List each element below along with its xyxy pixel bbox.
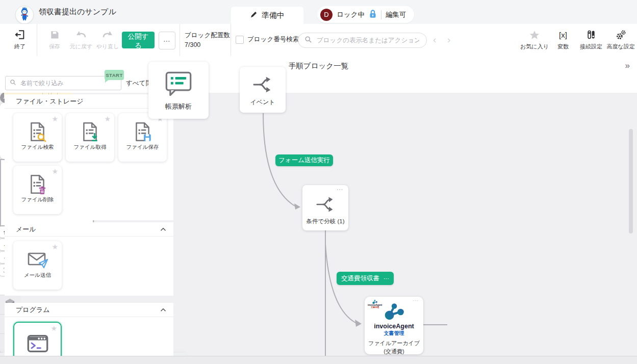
top-bar: 領収書提出のサンプル 準備中 D ロック中 編集可 bbox=[0, 0, 637, 24]
block-count: ブロック配置数 7/300 bbox=[185, 31, 230, 50]
mascot-robot-icon bbox=[18, 7, 31, 23]
pencil-icon bbox=[250, 11, 258, 20]
block-count-value: 7/300 bbox=[185, 40, 230, 50]
save-icon bbox=[49, 29, 60, 41]
badge-menu-dots[interactable]: ⋯ bbox=[384, 275, 389, 282]
variables-button[interactable]: [x] 変数 bbox=[554, 29, 572, 50]
gear-icon bbox=[616, 29, 626, 41]
invoice-agent-brand: invoiceAgent bbox=[374, 323, 414, 330]
exit-icon bbox=[14, 29, 26, 41]
publish-button[interactable]: 公開する bbox=[122, 32, 155, 48]
workflow-editor: 領収書提出のサンプル 準備中 D ロック中 編集可 bbox=[0, 0, 637, 364]
terminal-icon bbox=[27, 353, 49, 354]
edit-permission-label: 編集可 bbox=[386, 10, 406, 19]
branch-icon bbox=[302, 195, 348, 214]
badge-receipt-label: 交通費領収書 bbox=[341, 274, 379, 283]
badge-receipt[interactable]: 交通費領収書 ⋯ bbox=[337, 272, 394, 285]
advanced-settings-button[interactable]: 高度な設定 bbox=[607, 29, 634, 50]
block-number-search-toggle: ブロック番号検索 bbox=[236, 35, 299, 44]
favorites-button[interactable]: お気に入り bbox=[520, 29, 549, 50]
node-label: イベント bbox=[240, 98, 286, 107]
node-label: 帳票解析 bbox=[148, 102, 209, 111]
node-invoice-agent[interactable]: ⋯ invoiceAgent 文書管理 invo bbox=[365, 297, 423, 354]
form-parse-icon bbox=[148, 70, 209, 97]
exit-button[interactable]: 終了 bbox=[8, 29, 32, 50]
redo-button[interactable]: やり直し bbox=[94, 29, 121, 50]
lock-icon bbox=[369, 9, 377, 20]
block-search-input[interactable] bbox=[316, 36, 420, 44]
undo-button[interactable]: 元に戻す bbox=[67, 29, 95, 50]
lock-status-label: ロック中 bbox=[337, 10, 365, 19]
undo-icon bbox=[75, 29, 87, 41]
block-number-search-label: ブロック番号検索 bbox=[247, 35, 299, 44]
block-count-label: ブロック配置数 bbox=[185, 31, 230, 40]
node-event[interactable]: イベント bbox=[240, 67, 286, 113]
save-button[interactable]: 保存 bbox=[43, 29, 66, 50]
variables-icon: [x] bbox=[559, 29, 567, 41]
toolbar-divider bbox=[180, 24, 180, 56]
app-logo bbox=[15, 6, 34, 24]
branch-icon bbox=[240, 75, 286, 94]
workflow-title: 領収書提出のサンプル bbox=[39, 0, 116, 24]
avatar: D bbox=[320, 9, 333, 21]
invoice-agent-logo bbox=[383, 302, 406, 323]
node-label-line1: ファイルアーカイブ bbox=[368, 339, 420, 347]
search-next-button[interactable]: › bbox=[447, 34, 450, 45]
start-badge: START bbox=[105, 70, 124, 80]
pill-divider bbox=[381, 10, 381, 19]
node-form-parse[interactable]: 帳票解析 bbox=[148, 62, 209, 119]
star-icon bbox=[529, 29, 540, 41]
status-tab-label: 準備中 bbox=[262, 11, 285, 20]
node-menu-dots[interactable]: ⋯ bbox=[337, 186, 344, 193]
node-label-line2: (交通費) bbox=[384, 347, 404, 355]
block-search-field bbox=[298, 33, 427, 48]
block-number-search-checkbox[interactable] bbox=[236, 36, 244, 44]
lock-status-pill[interactable]: D ロック中 編集可 bbox=[317, 6, 414, 23]
search-prev-button[interactable]: ‹ bbox=[433, 34, 436, 45]
node-menu-dots[interactable]: ⋯ bbox=[413, 297, 420, 304]
tab-status-draft[interactable]: 準備中 bbox=[231, 7, 303, 24]
invoice-agent-mini-logo: invoiceAgent 文書管理 bbox=[368, 299, 382, 308]
invoice-agent-brand-sub: 文書管理 bbox=[384, 330, 404, 336]
flow-canvas[interactable]: START 帳票解析 bbox=[0, 57, 637, 356]
toolbar-divider bbox=[37, 24, 37, 56]
bottom-scroll-strip[interactable] bbox=[0, 356, 637, 364]
node-label: 条件で分岐 (1) bbox=[302, 218, 348, 225]
node-condition-branch[interactable]: ⋯ 条件で分岐 (1) bbox=[302, 185, 348, 230]
redo-icon bbox=[101, 29, 114, 41]
search-icon bbox=[304, 36, 312, 45]
badge-form-submit[interactable]: フォーム送信実行 bbox=[275, 154, 333, 166]
editor-toolbar: 終了 保存 元に戻す やり直し 公開する ⋯ ブロック配置数 7/300 bbox=[0, 24, 637, 57]
mini-sub-text: 文書管理 bbox=[371, 306, 379, 308]
connection-settings-icon bbox=[586, 29, 596, 41]
connection-settings-button[interactable]: 接続設定 bbox=[578, 29, 604, 50]
toolbar-divider bbox=[231, 24, 231, 56]
more-actions-button[interactable]: ⋯ bbox=[159, 32, 175, 49]
